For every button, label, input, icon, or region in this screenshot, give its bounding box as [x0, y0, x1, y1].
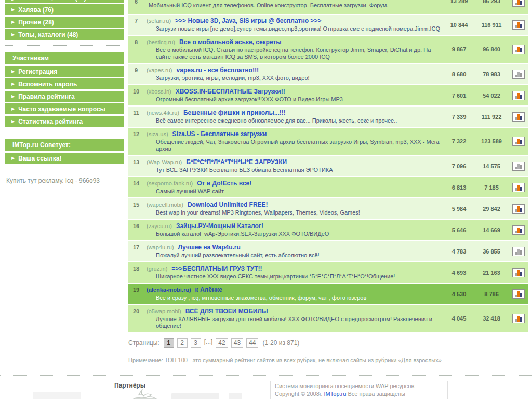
sidebar-item-member[interactable]: ▶Вспомнить пароль [5, 78, 124, 89]
sidebar-item-member[interactable]: ▶Правила рейтинга [5, 91, 124, 102]
page-button[interactable]: 2 [177, 338, 188, 348]
bar-chart-icon[interactable] [512, 247, 525, 256]
arrow-icon: ▶ [11, 7, 15, 12]
site-title-line: (Wap-Wap.ru)Б*Е*С*П*Л*А*Т*Н*Ы*Е ЗАГРУЗКИ [147, 158, 441, 166]
rank-cell: 16 [128, 220, 144, 240]
site-title-link[interactable]: к Алёнке [195, 286, 222, 294]
site-domain-link[interactable]: (zaycu.ru) [147, 223, 172, 229]
page-button-current[interactable]: 1 [164, 338, 174, 348]
site-title-line: (siza.us)Siza.US - Бесплатные загрузки [147, 130, 441, 138]
sidebar-item-advise[interactable]: ▶Ваша ссылка! [5, 153, 124, 164]
footnote: Примечание: ТОП 100 - это суммарный рейт… [128, 357, 528, 363]
sidebar-divider [5, 45, 124, 46]
site-title-line: (vapes.ru)vapes.ru - все бесплатно!!! [147, 66, 441, 74]
sidebar-item-category[interactable]: ▶Увлечения, хобби (19) [5, 0, 124, 3]
hosts-count: 6 813 [444, 177, 474, 197]
site-domain-link[interactable]: (wap4u.ru) [147, 244, 174, 250]
sidebar-item-category[interactable]: ▶Халява (76) [5, 4, 124, 15]
site-description: Загрузки, эротика, игры, мелодии, mp3, X… [147, 74, 441, 82]
page-button[interactable]: 43 [231, 338, 243, 348]
partner-logo[interactable] [171, 393, 219, 399]
site-domain-link[interactable]: (o5wap.mobi) [147, 308, 181, 314]
site-title-link[interactable]: Siza.US - Бесплатные загрузки [172, 130, 267, 138]
bar-chart-icon[interactable] [512, 225, 525, 235]
bar-chart-icon[interactable] [512, 45, 525, 54]
site-title-link[interactable]: vapes.ru - все бесплатно!!! [177, 66, 259, 74]
site-description: Загрузи новые игры [не демо],супер темы,… [147, 25, 441, 32]
page-button[interactable]: 44 [246, 338, 258, 348]
bar-chart-icon[interactable] [512, 289, 525, 299]
page-button[interactable]: 3 [191, 338, 201, 348]
sidebar-item-label: Регистрация [18, 68, 57, 75]
site-domain-link[interactable]: (gruz.in) [147, 265, 167, 272]
site-domain-link[interactable]: (alenka-mobi.ru) [147, 287, 191, 293]
sidebar-item-label: Статистика рейтинга [18, 118, 83, 125]
site-title-link[interactable]: ВСЁ ДЛЯ ТВОЕЙ МОБИЛЫ [185, 308, 268, 315]
bar-chart-icon[interactable] [512, 314, 525, 323]
bar-chart-icon[interactable] [512, 70, 525, 79]
arrow-icon: ▶ [11, 94, 15, 99]
bar-chart-icon[interactable] [512, 91, 525, 100]
hosts-count: 8 680 [444, 64, 474, 84]
partner-logo[interactable] [229, 393, 242, 399]
site-title-link[interactable]: Б*Е*С*П*Л*А*Т*Н*Ы*Е ЗАГРУЗКИ [186, 158, 287, 166]
partner-logo-tree[interactable] [131, 389, 158, 399]
site-domain-link[interactable]: (sexporno.fank.ru) [147, 180, 193, 187]
sidebar-item-member[interactable]: ▶Часто задаваемые вопросы [5, 103, 124, 114]
imtop-link[interactable]: IMTop.ru [324, 391, 347, 397]
page-button[interactable]: 42 [216, 338, 228, 348]
site-domain-link[interactable]: (siza.us) [147, 131, 168, 137]
site-title-line: (alenka-mobi.ru)к Алёнке [147, 286, 441, 294]
site-title-link[interactable]: От и До!Есть все! [197, 180, 251, 187]
site-title-link[interactable]: Лучшее на Wap4u.ru [178, 244, 241, 251]
hits-count: 54 022 [474, 85, 509, 105]
site-cell: (news.4ik.ru)Бешенные фишки и приколы...… [144, 107, 444, 127]
stats-cell [509, 85, 528, 105]
partner-logo[interactable] [33, 392, 81, 399]
site-domain-link[interactable]: (wapcell.mobi) [147, 202, 183, 208]
site-domain-link[interactable]: (sefan.ru) [147, 18, 171, 24]
bar-chart-icon[interactable] [512, 0, 525, 7]
stats-cell [509, 15, 528, 35]
arrow-icon: ▶ [11, 107, 15, 111]
site-domain-link[interactable]: (xboss.in) [147, 88, 171, 95]
bar-chart-icon[interactable] [512, 268, 525, 277]
sidebar-item-category[interactable]: ▶Топы, каталоги (48) [5, 29, 124, 40]
site-title-link[interactable]: Бешенные фишки и приколы...!!! [183, 109, 286, 116]
site-title-link[interactable]: XBOSS.IN-БЕСПЛАТНЫЕ Загрузки!! [176, 88, 285, 95]
site-cell: (xboss.in)XBOSS.IN-БЕСПЛАТНЫЕ Загрузки!!… [144, 85, 444, 105]
site-domain-link[interactable]: (vapes.ru) [147, 67, 172, 73]
bar-chart-icon[interactable] [512, 162, 525, 171]
rank-cell: 19 [128, 284, 144, 304]
sidebar-item-label: Правила рейтинга [18, 93, 75, 100]
bar-chart-icon[interactable] [512, 20, 525, 30]
hosts-count: 7 339 [444, 107, 474, 127]
rank-cell: 18 [128, 262, 144, 283]
site-domain-link[interactable]: (news.4ik.ru) [147, 110, 179, 116]
site-title-link[interactable]: Download Unlimited FREE! [188, 201, 268, 208]
table-row: 17(wap4u.ru)Лучшее на Wap4u.ruПожалуй лу… [128, 241, 528, 261]
bar-chart-icon[interactable] [512, 183, 525, 192]
site-title-link[interactable]: Все о мобильной аське, секреты [179, 38, 282, 46]
site-title-link[interactable]: Зайцы.РУ-Мощный Каталог! [176, 222, 263, 230]
bar-chart-icon[interactable] [512, 137, 525, 146]
bar-chart-icon[interactable] [512, 112, 525, 122]
site-cell: (Wap-Wap.ru)Б*Е*С*П*Л*А*Т*Н*Ы*Е ЗАГРУЗКИ… [144, 156, 444, 176]
site-description: Большой каталоГ wAp-Эротики.SEX-Загрузки… [147, 230, 441, 237]
buy-ad-note: Купить тут рекламу. icq - 966o93 [5, 177, 124, 184]
rank-cell: 14 [128, 177, 144, 197]
sidebar-item-category[interactable]: ▶Прочие (28) [5, 17, 124, 28]
sidebar-item-member[interactable]: ▶Регистрация [5, 66, 124, 77]
hosts-count: 10 844 [444, 15, 474, 35]
footer-copyright-line: Copyright © 2008г. IMTop.ru Все права за… [275, 390, 447, 398]
site-cell: (sefan.ru)>>> Новые 3D, Java, SIS игры @… [144, 15, 444, 35]
site-title-link[interactable]: >>> Новые 3D, Java, SIS игры @ бесплатно… [175, 17, 321, 24]
site-title-line: (wapcell.mobi)Download Unlimited FREE! [147, 201, 441, 209]
site-domain-link[interactable]: (besticq.ru) [147, 39, 175, 45]
site-domain-link[interactable]: (Wap-Wap.ru) [147, 159, 182, 165]
bar-chart-icon[interactable] [512, 204, 525, 214]
rank-cell: 12 [128, 128, 144, 155]
site-title-link[interactable]: =>>БЕСПЛАТНЫЙ ГРУЗ ТУТ!! [171, 265, 262, 272]
sidebar-item-member[interactable]: ▶Статистика рейтинга [5, 116, 124, 127]
table-row: 16(zaycu.ru)Зайцы.РУ-Мощный Каталог!Боль… [128, 220, 528, 240]
